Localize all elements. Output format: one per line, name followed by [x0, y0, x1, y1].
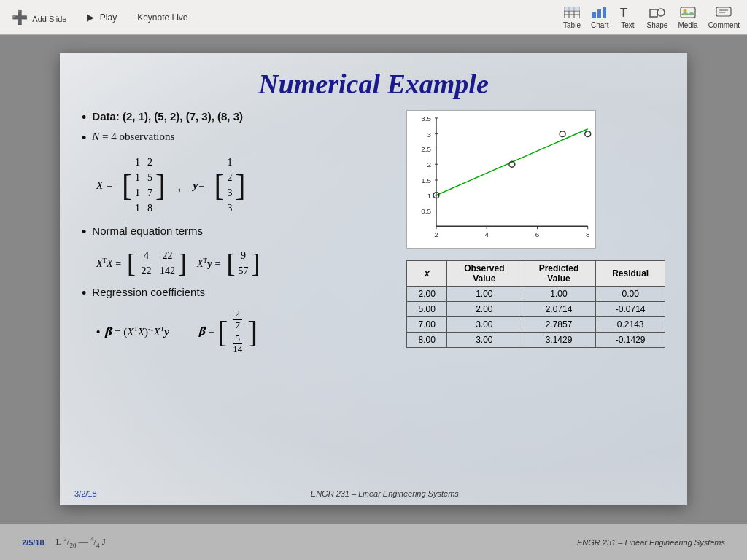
table-icon — [563, 5, 581, 20]
add-slide-button[interactable]: ➕ Add Slide — [7, 7, 71, 28]
slide-footer: 3/2/18 ENGR 231 – Linear Engineering Sys… — [74, 489, 673, 498]
xty-bracket-left: [ — [227, 250, 236, 276]
x-matrix-label: X = — [96, 179, 113, 192]
bullet-data: • Data: (2, 1), (5, 2), (7, 3), (8, 3) — [82, 110, 392, 126]
svg-text:8: 8 — [586, 230, 590, 238]
table-row: 7.00 3.00 2.7857 0.2143 — [407, 317, 665, 332]
svg-rect-14 — [716, 7, 731, 16]
x-bracket-left: [ — [122, 170, 132, 201]
svg-rect-5 — [564, 7, 580, 11]
scatter-chart: 0.5 1 1.5 2 2.5 3 3.5 — [406, 110, 596, 249]
y-bracket-left: [ — [214, 170, 224, 201]
bullet-dot-1: • — [82, 110, 86, 126]
beta-matrix: [ 2 7 5 14 — [217, 308, 258, 354]
comment-button[interactable]: Comment — [708, 5, 740, 29]
bullet-dot-4: • — [82, 286, 86, 302]
bullet-dot-2: • — [82, 131, 86, 147]
normal-eq-matrices: XTX = [ 422 22142 ] XTy = [ — [96, 245, 392, 281]
xtx-bracket-left: [ — [127, 250, 136, 276]
slide-course: ENGR 231 – Linear Engineering Systems — [311, 489, 459, 498]
slide-area: Numerical Example • Data: (2, 1), (5, 2)… — [0, 35, 747, 524]
chart-label: Chart — [591, 21, 608, 29]
bottom-slide-date: 2/5/18 — [22, 538, 44, 547]
bullet-regression: • Regression coefficients — [82, 286, 392, 302]
bullet-data-text: Data: (2, 1), (5, 2), (7, 3), (8, 3) — [92, 110, 243, 126]
shape-button[interactable]: Shape — [646, 5, 667, 29]
svg-point-45 — [585, 131, 591, 137]
table-row: 5.00 2.00 2.0714 -0.0714 — [407, 302, 665, 317]
slide-content: Numerical Example • Data: (2, 1), (5, 2)… — [60, 53, 687, 505]
table-body: 2.00 1.00 1.00 0.00 5.00 2.00 2.0714 -0.… — [407, 287, 665, 348]
chart-button[interactable]: Chart — [591, 5, 608, 29]
svg-rect-12 — [681, 7, 695, 18]
beta-hat-label: β̂ = — [198, 325, 214, 338]
xtx-values: 422 22142 — [139, 248, 175, 279]
y-matrix: [ 1 2 3 3 ] — [214, 155, 245, 216]
text-label: Text — [621, 21, 634, 29]
svg-text:2: 2 — [435, 230, 439, 238]
svg-text:3: 3 — [427, 131, 432, 139]
beta-bracket-right: ] — [247, 316, 258, 347]
toolbar: ➕ Add Slide ▶ Play Keynote Live Tabl — [0, 0, 747, 35]
y-bracket-right: ] — [235, 170, 245, 201]
text-icon: T — [619, 5, 636, 20]
col-predicted: PredictedValue — [522, 261, 596, 287]
slide-date: 3/2/18 — [74, 489, 97, 498]
bullet-dot-3: • — [82, 225, 86, 241]
svg-text:2.5: 2.5 — [422, 145, 432, 153]
svg-line-41 — [436, 129, 588, 195]
slide-right-column: 0.5 1 1.5 2 2.5 3 3.5 — [406, 110, 665, 361]
beta-formula: • β̂ = (XTX)-1XTy — [96, 325, 169, 338]
svg-text:1.5: 1.5 — [422, 176, 432, 184]
svg-rect-10 — [650, 9, 657, 17]
bullet-dot-5: • — [96, 325, 100, 338]
bullet-n-text: N = 4 observations — [92, 131, 174, 147]
x-matrix: [ 12 15 17 18 ] — [122, 155, 166, 216]
matrix-section: X = [ 12 15 17 18 ] , — [96, 152, 392, 219]
play-label: Play — [100, 12, 117, 23]
beta-values: 2 7 5 14 — [231, 308, 244, 354]
table-button[interactable]: Table — [563, 5, 581, 29]
xty-label: XTy = — [197, 257, 220, 270]
regression-table: x ObservedValue PredictedValue Residual … — [406, 260, 665, 348]
svg-text:6: 6 — [535, 230, 540, 238]
svg-rect-6 — [592, 12, 596, 18]
main-slide: Numerical Example • Data: (2, 1), (5, 2)… — [60, 53, 687, 505]
shape-label: Shape — [646, 21, 667, 29]
beta-formula-text: β̂ = (XTX)-1XTy — [104, 325, 169, 338]
svg-text:1: 1 — [427, 192, 432, 200]
play-button[interactable]: ▶ Play — [82, 9, 121, 26]
x-matrix-values: 12 15 17 18 — [135, 155, 152, 216]
media-button[interactable]: Media — [678, 5, 697, 29]
xty-bracket-right: ] — [252, 250, 260, 276]
col-observed: ObservedValue — [447, 261, 522, 287]
bullet-normal-eq-text: Normal equation terms — [92, 225, 203, 241]
bottom-course: ENGR 231 – Linear Engineering Systems — [577, 538, 725, 547]
bottom-strip: 2/5/18 L 3/20 — 4/4 J ENGR 231 – Linear … — [0, 524, 747, 560]
y-matrix-values: 1 2 3 3 — [227, 155, 232, 216]
keynote-live-button[interactable]: Keynote Live — [133, 9, 192, 26]
comment-icon — [715, 5, 732, 20]
keynote-live-label: Keynote Live — [137, 12, 187, 23]
col-x: x — [407, 261, 447, 287]
col-residual: Residual — [596, 261, 665, 287]
bullet-n: • N = 4 observations — [82, 131, 392, 147]
xtx-label: XTX = — [96, 257, 121, 270]
svg-rect-8 — [603, 7, 606, 18]
svg-text:T: T — [620, 7, 627, 19]
beta-hat-value: β̂ = [ 2 7 5 14 — [198, 306, 258, 357]
svg-text:3.5: 3.5 — [422, 114, 432, 122]
comment-label: Comment — [708, 21, 740, 29]
text-button[interactable]: T Text — [619, 5, 636, 29]
slide-left-column: • Data: (2, 1), (5, 2), (7, 3), (8, 3) •… — [82, 110, 392, 361]
xty-matrix: [ 9 57 ] — [227, 248, 260, 279]
table-label: Table — [563, 21, 581, 29]
xtx-matrix: [ 422 22142 ] — [127, 248, 187, 279]
beta-formula-row: • β̂ = (XTX)-1XTy β̂ = [ — [96, 306, 392, 357]
y-matrix-label: y= — [193, 179, 206, 192]
svg-point-11 — [657, 9, 665, 16]
add-slide-label: Add Slide — [32, 15, 66, 23]
shape-icon — [649, 5, 666, 20]
comma-separator: , — [177, 177, 182, 194]
svg-rect-7 — [597, 9, 601, 18]
